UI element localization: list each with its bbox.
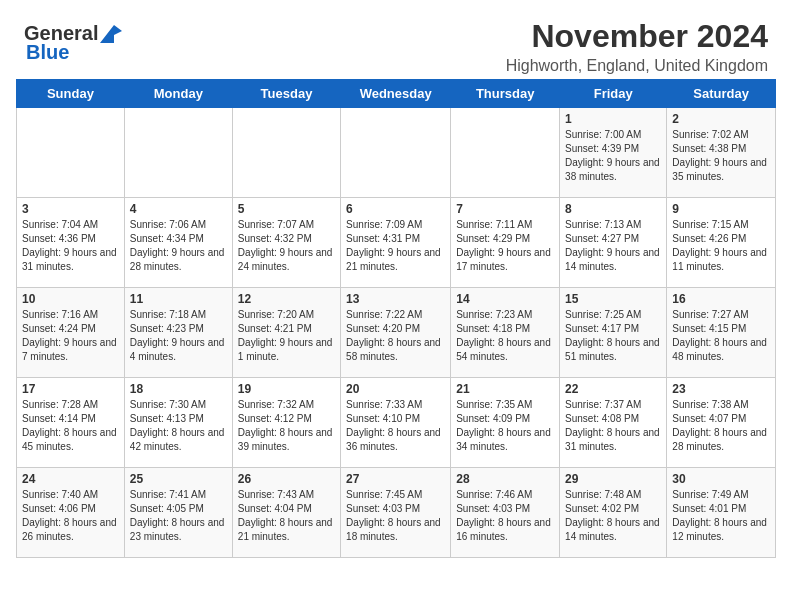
- day-info: Sunrise: 7:00 AMSunset: 4:39 PMDaylight:…: [565, 129, 660, 182]
- day-info: Sunrise: 7:16 AMSunset: 4:24 PMDaylight:…: [22, 309, 117, 362]
- month-title: November 2024: [122, 18, 768, 55]
- calendar-cell: 21Sunrise: 7:35 AMSunset: 4:09 PMDayligh…: [451, 378, 560, 468]
- header-friday: Friday: [560, 80, 667, 108]
- calendar-week-row: 17Sunrise: 7:28 AMSunset: 4:14 PMDayligh…: [17, 378, 776, 468]
- day-info: Sunrise: 7:20 AMSunset: 4:21 PMDaylight:…: [238, 309, 333, 362]
- calendar-cell: 27Sunrise: 7:45 AMSunset: 4:03 PMDayligh…: [341, 468, 451, 558]
- day-info: Sunrise: 7:18 AMSunset: 4:23 PMDaylight:…: [130, 309, 225, 362]
- calendar-cell: 17Sunrise: 7:28 AMSunset: 4:14 PMDayligh…: [17, 378, 125, 468]
- day-number: 26: [238, 472, 335, 486]
- day-number: 25: [130, 472, 227, 486]
- day-info: Sunrise: 7:46 AMSunset: 4:03 PMDaylight:…: [456, 489, 551, 542]
- header-sunday: Sunday: [17, 80, 125, 108]
- day-number: 13: [346, 292, 445, 306]
- calendar-cell: 16Sunrise: 7:27 AMSunset: 4:15 PMDayligh…: [667, 288, 776, 378]
- day-number: 24: [22, 472, 119, 486]
- day-number: 1: [565, 112, 661, 126]
- day-info: Sunrise: 7:48 AMSunset: 4:02 PMDaylight:…: [565, 489, 660, 542]
- calendar-cell: 1Sunrise: 7:00 AMSunset: 4:39 PMDaylight…: [560, 108, 667, 198]
- header-monday: Monday: [124, 80, 232, 108]
- day-info: Sunrise: 7:15 AMSunset: 4:26 PMDaylight:…: [672, 219, 767, 272]
- day-number: 22: [565, 382, 661, 396]
- day-info: Sunrise: 7:07 AMSunset: 4:32 PMDaylight:…: [238, 219, 333, 272]
- header-saturday: Saturday: [667, 80, 776, 108]
- day-number: 15: [565, 292, 661, 306]
- day-number: 12: [238, 292, 335, 306]
- calendar-cell: 30Sunrise: 7:49 AMSunset: 4:01 PMDayligh…: [667, 468, 776, 558]
- calendar-cell: [232, 108, 340, 198]
- calendar-cell: [17, 108, 125, 198]
- day-number: 5: [238, 202, 335, 216]
- day-number: 16: [672, 292, 770, 306]
- day-number: 27: [346, 472, 445, 486]
- day-info: Sunrise: 7:02 AMSunset: 4:38 PMDaylight:…: [672, 129, 767, 182]
- calendar-cell: 7Sunrise: 7:11 AMSunset: 4:29 PMDaylight…: [451, 198, 560, 288]
- day-number: 10: [22, 292, 119, 306]
- calendar-cell: 8Sunrise: 7:13 AMSunset: 4:27 PMDaylight…: [560, 198, 667, 288]
- day-info: Sunrise: 7:35 AMSunset: 4:09 PMDaylight:…: [456, 399, 551, 452]
- calendar-week-row: 3Sunrise: 7:04 AMSunset: 4:36 PMDaylight…: [17, 198, 776, 288]
- calendar-cell: 29Sunrise: 7:48 AMSunset: 4:02 PMDayligh…: [560, 468, 667, 558]
- day-number: 17: [22, 382, 119, 396]
- day-info: Sunrise: 7:11 AMSunset: 4:29 PMDaylight:…: [456, 219, 551, 272]
- calendar-cell: 24Sunrise: 7:40 AMSunset: 4:06 PMDayligh…: [17, 468, 125, 558]
- calendar-cell: 6Sunrise: 7:09 AMSunset: 4:31 PMDaylight…: [341, 198, 451, 288]
- calendar-cell: 11Sunrise: 7:18 AMSunset: 4:23 PMDayligh…: [124, 288, 232, 378]
- day-number: 30: [672, 472, 770, 486]
- logo-bird-icon: [100, 25, 122, 43]
- calendar-table: Sunday Monday Tuesday Wednesday Thursday…: [16, 79, 776, 558]
- header-thursday: Thursday: [451, 80, 560, 108]
- calendar-cell: 10Sunrise: 7:16 AMSunset: 4:24 PMDayligh…: [17, 288, 125, 378]
- day-info: Sunrise: 7:32 AMSunset: 4:12 PMDaylight:…: [238, 399, 333, 452]
- calendar-week-row: 1Sunrise: 7:00 AMSunset: 4:39 PMDaylight…: [17, 108, 776, 198]
- calendar-cell: 28Sunrise: 7:46 AMSunset: 4:03 PMDayligh…: [451, 468, 560, 558]
- day-info: Sunrise: 7:04 AMSunset: 4:36 PMDaylight:…: [22, 219, 117, 272]
- day-info: Sunrise: 7:38 AMSunset: 4:07 PMDaylight:…: [672, 399, 767, 452]
- calendar-cell: 12Sunrise: 7:20 AMSunset: 4:21 PMDayligh…: [232, 288, 340, 378]
- day-info: Sunrise: 7:06 AMSunset: 4:34 PMDaylight:…: [130, 219, 225, 272]
- calendar-cell: 9Sunrise: 7:15 AMSunset: 4:26 PMDaylight…: [667, 198, 776, 288]
- day-info: Sunrise: 7:22 AMSunset: 4:20 PMDaylight:…: [346, 309, 441, 362]
- day-number: 8: [565, 202, 661, 216]
- day-number: 2: [672, 112, 770, 126]
- calendar-cell: 23Sunrise: 7:38 AMSunset: 4:07 PMDayligh…: [667, 378, 776, 468]
- day-number: 3: [22, 202, 119, 216]
- calendar-cell: 4Sunrise: 7:06 AMSunset: 4:34 PMDaylight…: [124, 198, 232, 288]
- calendar-cell: 3Sunrise: 7:04 AMSunset: 4:36 PMDaylight…: [17, 198, 125, 288]
- calendar-week-row: 10Sunrise: 7:16 AMSunset: 4:24 PMDayligh…: [17, 288, 776, 378]
- day-number: 23: [672, 382, 770, 396]
- day-number: 18: [130, 382, 227, 396]
- calendar-week-row: 24Sunrise: 7:40 AMSunset: 4:06 PMDayligh…: [17, 468, 776, 558]
- day-number: 20: [346, 382, 445, 396]
- header-tuesday: Tuesday: [232, 80, 340, 108]
- svg-marker-0: [100, 25, 122, 43]
- calendar-cell: 15Sunrise: 7:25 AMSunset: 4:17 PMDayligh…: [560, 288, 667, 378]
- day-info: Sunrise: 7:41 AMSunset: 4:05 PMDaylight:…: [130, 489, 225, 542]
- calendar-cell: [124, 108, 232, 198]
- day-number: 9: [672, 202, 770, 216]
- day-info: Sunrise: 7:37 AMSunset: 4:08 PMDaylight:…: [565, 399, 660, 452]
- day-info: Sunrise: 7:43 AMSunset: 4:04 PMDaylight:…: [238, 489, 333, 542]
- day-info: Sunrise: 7:49 AMSunset: 4:01 PMDaylight:…: [672, 489, 767, 542]
- calendar-cell: 18Sunrise: 7:30 AMSunset: 4:13 PMDayligh…: [124, 378, 232, 468]
- title-area: November 2024 Highworth, England, United…: [122, 18, 768, 75]
- day-number: 29: [565, 472, 661, 486]
- calendar-cell: 13Sunrise: 7:22 AMSunset: 4:20 PMDayligh…: [341, 288, 451, 378]
- day-info: Sunrise: 7:23 AMSunset: 4:18 PMDaylight:…: [456, 309, 551, 362]
- day-number: 11: [130, 292, 227, 306]
- day-info: Sunrise: 7:30 AMSunset: 4:13 PMDaylight:…: [130, 399, 225, 452]
- header-wednesday: Wednesday: [341, 80, 451, 108]
- calendar-cell: 26Sunrise: 7:43 AMSunset: 4:04 PMDayligh…: [232, 468, 340, 558]
- calendar-cell: 25Sunrise: 7:41 AMSunset: 4:05 PMDayligh…: [124, 468, 232, 558]
- calendar-cell: 20Sunrise: 7:33 AMSunset: 4:10 PMDayligh…: [341, 378, 451, 468]
- day-number: 19: [238, 382, 335, 396]
- day-number: 4: [130, 202, 227, 216]
- day-number: 21: [456, 382, 554, 396]
- calendar-cell: 22Sunrise: 7:37 AMSunset: 4:08 PMDayligh…: [560, 378, 667, 468]
- day-number: 6: [346, 202, 445, 216]
- day-info: Sunrise: 7:25 AMSunset: 4:17 PMDaylight:…: [565, 309, 660, 362]
- day-info: Sunrise: 7:28 AMSunset: 4:14 PMDaylight:…: [22, 399, 117, 452]
- calendar-cell: 2Sunrise: 7:02 AMSunset: 4:38 PMDaylight…: [667, 108, 776, 198]
- logo: General Blue: [24, 22, 122, 64]
- location: Highworth, England, United Kingdom: [122, 57, 768, 75]
